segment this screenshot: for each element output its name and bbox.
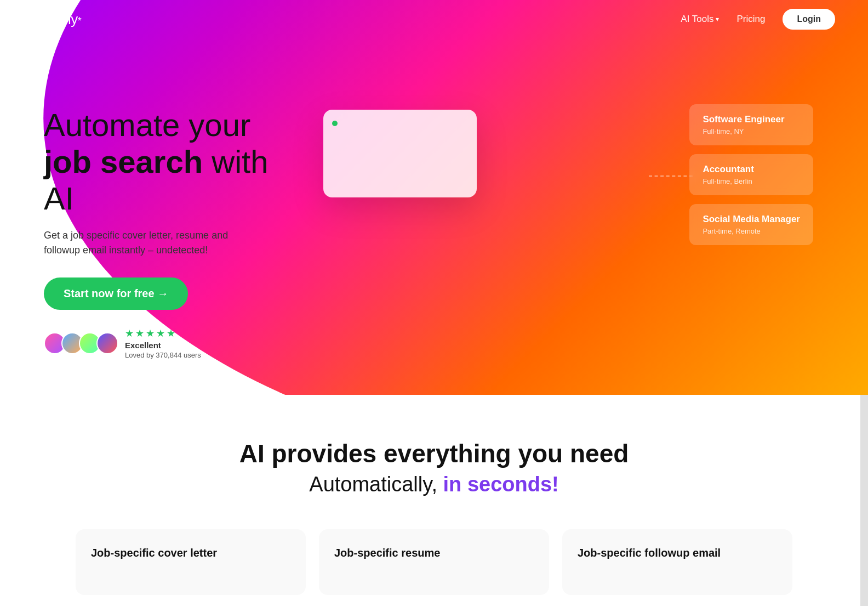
pricing-label: Pricing bbox=[736, 14, 765, 25]
feature-row: Job-specific cover letter Job-specific r… bbox=[33, 529, 835, 595]
feature-card: Job-specific followup email bbox=[562, 529, 792, 595]
logo[interactable]: aiApply* bbox=[33, 11, 81, 28]
ai-tools-nav-link[interactable]: AI Tools ▾ bbox=[681, 14, 719, 25]
resume-card-dot bbox=[332, 121, 338, 126]
lower-title: AI provides everything you need bbox=[33, 439, 835, 468]
hero-left: Automate your job search with AI Get a j… bbox=[0, 38, 318, 395]
star-icon: ★ bbox=[156, 327, 165, 339]
lower-subtitle: Automatically, in seconds! bbox=[33, 473, 835, 496]
lower-section: AI provides everything you need Automati… bbox=[0, 395, 868, 606]
hero-subtitle: Get a job specific cover letter, resume … bbox=[44, 228, 252, 258]
logo-star: * bbox=[78, 15, 82, 26]
feature-card: Job-specific resume bbox=[319, 529, 549, 595]
rating-sub: Loved by 370,844 users bbox=[125, 351, 201, 359]
job-card: Software Engineer Full-time, NY bbox=[689, 104, 813, 145]
job-card-sub: Full-time, Berlin bbox=[703, 177, 800, 185]
ai-tools-label: AI Tools bbox=[681, 14, 713, 25]
social-proof: ★ ★ ★ ★ ★ Excellent Loved by 370,844 use… bbox=[44, 327, 285, 359]
hero-right: Software Engineer Full-time, NY Accounta… bbox=[318, 38, 868, 395]
job-cards: Software Engineer Full-time, NY Accounta… bbox=[689, 104, 813, 245]
job-card-title: Accountant bbox=[703, 164, 800, 175]
avatar bbox=[96, 332, 118, 354]
job-card: Social Media Manager Part-time, Remote bbox=[689, 204, 813, 245]
job-card: Accountant Full-time, Berlin bbox=[689, 154, 813, 195]
hero-section: Automate your job search with AI Get a j… bbox=[0, 0, 868, 395]
lower-subtitle-accent: in seconds! bbox=[443, 473, 559, 496]
hero-title-bold: job search bbox=[44, 144, 203, 179]
job-card-sub: Full-time, NY bbox=[703, 127, 800, 135]
hero-title: Automate your job search with AI bbox=[44, 107, 285, 217]
job-card-sub: Part-time, Remote bbox=[703, 227, 800, 235]
logo-text: aiApply bbox=[33, 11, 78, 27]
job-card-title: Social Media Manager bbox=[703, 214, 800, 225]
job-card-title: Software Engineer bbox=[703, 114, 800, 125]
star-icon: ★ bbox=[135, 327, 144, 339]
login-button[interactable]: Login bbox=[783, 9, 835, 30]
rating-label: Excellent bbox=[125, 341, 201, 350]
star-icon: ★ bbox=[146, 327, 155, 339]
pricing-nav-link[interactable]: Pricing bbox=[736, 14, 765, 25]
feature-card: Job-specific cover letter bbox=[76, 529, 306, 595]
feature-card-title: Job-specific resume bbox=[334, 547, 534, 559]
star-half-icon: ★ bbox=[167, 327, 175, 339]
rating-block: ★ ★ ★ ★ ★ Excellent Loved by 370,844 use… bbox=[125, 327, 201, 359]
star-icon: ★ bbox=[125, 327, 134, 339]
feature-card-title: Job-specific cover letter bbox=[91, 547, 290, 559]
lower-subtitle-normal: Automatically, bbox=[309, 473, 443, 496]
cta-button[interactable]: Start now for free → bbox=[44, 277, 188, 310]
hero-title-line1: Automate your bbox=[44, 107, 250, 143]
resume-card bbox=[323, 110, 477, 197]
chevron-down-icon: ▾ bbox=[716, 15, 719, 23]
hero-content: Automate your job search with AI Get a j… bbox=[0, 0, 868, 395]
dotted-line bbox=[649, 175, 693, 177]
feature-card-title: Job-specific followup email bbox=[578, 547, 777, 559]
navbar: aiApply* AI Tools ▾ Pricing Login bbox=[0, 0, 868, 38]
stars: ★ ★ ★ ★ ★ bbox=[125, 327, 201, 339]
avatars bbox=[44, 332, 118, 354]
nav-right: AI Tools ▾ Pricing Login bbox=[681, 9, 835, 30]
